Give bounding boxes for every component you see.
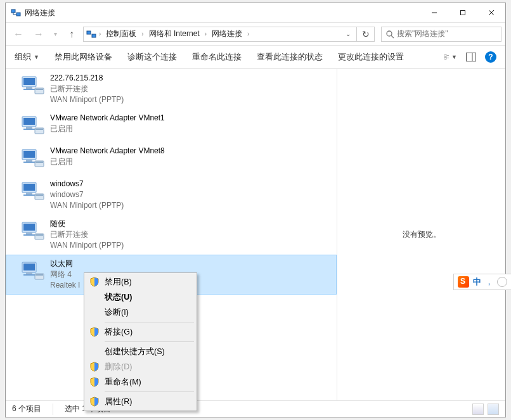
search-input[interactable]: 搜索"网络连接" — [381, 27, 501, 42]
up-button[interactable]: ↑ — [63, 25, 81, 43]
ime-punct[interactable]: ， — [485, 276, 493, 288]
network-adapter-icon — [20, 219, 45, 244]
sogou-ime-icon[interactable] — [458, 276, 469, 288]
svg-rect-49 — [23, 264, 35, 270]
svg-rect-44 — [26, 232, 32, 234]
statusbar: 6 个项目 选中 1 个项目 — [6, 400, 505, 417]
svg-rect-32 — [26, 160, 32, 162]
address-icon — [86, 29, 96, 39]
svg-rect-50 — [26, 272, 32, 274]
forward-button[interactable]: → — [30, 25, 48, 43]
organize-button[interactable]: 组织▼ — [15, 52, 39, 63]
chevron-right-icon[interactable]: › — [205, 30, 207, 37]
change-settings-button[interactable]: 更改此连接的设置 — [338, 52, 404, 63]
svg-rect-26 — [26, 127, 32, 129]
preview-pane: 没有预览。 — [337, 69, 505, 400]
svg-line-11 — [391, 35, 394, 38]
connection-device: WAN Miniport (PPTP) — [50, 94, 124, 105]
svg-rect-33 — [23, 162, 35, 163]
breadcrumb-network-connections[interactable]: 网络连接 — [209, 29, 245, 39]
svg-rect-35 — [36, 162, 43, 163]
connection-name: 222.76.215.218 — [50, 73, 124, 84]
svg-rect-29 — [36, 129, 43, 130]
address-bar[interactable]: › 控制面板 › 网络和 Internet › 网络连接 › ⌄ — [83, 27, 357, 42]
shield-icon — [89, 377, 100, 387]
large-icons-view-icon[interactable] — [488, 404, 499, 415]
menu-separator — [105, 341, 194, 342]
body: 222.76.215.218 已断开连接 WAN Miniport (PPTP)… — [6, 69, 505, 400]
connection-name: VMware Network Adapter VMnet1 — [50, 113, 165, 124]
rename-button[interactable]: 重命名此连接 — [192, 52, 242, 63]
menu-item[interactable]: 诊断(I) — [86, 305, 195, 320]
address-dropdown-icon[interactable]: ⌄ — [342, 30, 354, 37]
connection-item[interactable]: 222.76.215.218 已断开连接 WAN Miniport (PPTP) — [6, 69, 337, 109]
preview-pane-toggle[interactable] — [465, 51, 477, 63]
menu-item[interactable]: 状态(U) — [86, 290, 195, 305]
network-adapter-icon — [20, 258, 45, 284]
svg-rect-12 — [444, 54, 446, 56]
chevron-right-icon[interactable]: › — [247, 30, 249, 37]
shield-icon — [89, 327, 100, 337]
chevron-right-icon[interactable]: › — [99, 30, 101, 37]
connection-device: Realtek I — [50, 280, 80, 291]
connection-name: 随便 — [50, 219, 124, 229]
svg-rect-1 — [16, 13, 20, 16]
connection-name: 以太网 — [50, 258, 80, 269]
menu-item-label: 重命名(M) — [105, 377, 141, 388]
svg-rect-20 — [26, 87, 32, 89]
connection-item[interactable]: 随便 已断开连接 WAN Miniport (PPTP) — [6, 215, 337, 255]
svg-rect-37 — [23, 184, 35, 191]
toolbar: 组织▼ 禁用此网络设备 诊断这个连接 重命名此连接 查看此连接的状态 更改此连接… — [6, 45, 505, 69]
close-button[interactable] — [477, 3, 505, 22]
connection-item[interactable]: VMware Network Adapter VMnet8 已启用 — [6, 142, 337, 175]
svg-rect-23 — [36, 89, 43, 90]
svg-rect-39 — [23, 194, 35, 196]
connection-device: WAN Miniport (PPTP) — [50, 240, 124, 251]
connection-status: 网络 4 — [50, 269, 80, 280]
svg-rect-51 — [23, 274, 35, 276]
network-connections-window: 网络连接 ← → ▾ ↑ › 控制面板 › 网络和 Internet › 网络连… — [5, 3, 506, 417]
breadcrumb-control-panel[interactable]: 控制面板 — [103, 29, 139, 39]
breadcrumb-network-internet[interactable]: 网络和 Internet — [146, 29, 202, 39]
menu-item[interactable]: 重命名(M) — [86, 374, 195, 390]
search-icon — [385, 30, 394, 39]
ime-bar[interactable]: 中 ， — [453, 274, 511, 290]
connection-status: 已启用 — [50, 156, 165, 167]
connection-name: VMware Network Adapter VMnet8 — [50, 146, 165, 156]
recent-dropdown[interactable]: ▾ — [50, 25, 60, 43]
help-button[interactable]: ? — [485, 51, 496, 63]
ime-mode[interactable]: 中 — [473, 276, 481, 288]
network-adapter-icon — [20, 73, 45, 98]
search-placeholder: 搜索"网络连接" — [397, 29, 448, 39]
diagnose-button[interactable]: 诊断这个连接 — [127, 52, 177, 63]
view-options-button[interactable]: ▼ — [444, 51, 457, 63]
window-title: 网络连接 — [25, 8, 55, 18]
network-adapter-icon — [20, 179, 45, 204]
svg-rect-31 — [23, 151, 35, 158]
connection-item[interactable]: windows7 windows7 WAN Miniport (PPTP) — [6, 175, 337, 215]
svg-rect-21 — [23, 89, 35, 90]
menu-item[interactable]: 禁用(B) — [86, 274, 195, 290]
disable-device-button[interactable]: 禁用此网络设备 — [55, 52, 112, 63]
minimize-button[interactable] — [420, 3, 448, 22]
svg-rect-19 — [23, 78, 35, 85]
svg-rect-25 — [23, 118, 35, 125]
menu-item-label: 禁用(B) — [105, 277, 132, 288]
svg-rect-38 — [26, 193, 32, 194]
menu-item[interactable]: 创建快捷方式(S) — [86, 344, 195, 359]
preview-text: 没有预览。 — [403, 229, 441, 240]
svg-rect-5 — [460, 11, 465, 15]
menu-item[interactable]: 属性(R) — [86, 394, 195, 409]
back-button[interactable]: ← — [10, 25, 27, 43]
connection-item[interactable]: VMware Network Adapter VMnet1 已启用 — [6, 109, 337, 142]
ime-face-icon[interactable] — [497, 277, 507, 287]
details-view-icon[interactable] — [472, 404, 484, 415]
menu-item[interactable]: 桥接(G) — [86, 324, 195, 340]
window-icon — [11, 8, 21, 18]
chevron-right-icon[interactable]: › — [141, 30, 143, 37]
view-status-button[interactable]: 查看此连接的状态 — [257, 52, 323, 63]
refresh-button[interactable]: ↻ — [357, 27, 375, 42]
maximize-button[interactable] — [448, 3, 477, 22]
network-adapter-icon — [20, 113, 45, 138]
svg-rect-16 — [467, 53, 476, 61]
